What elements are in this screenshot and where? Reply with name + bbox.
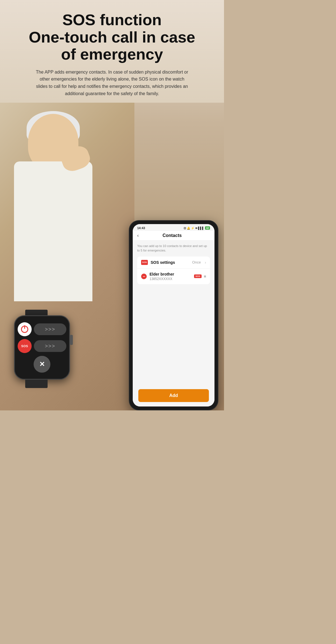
contacts-card: SOS SOS settings Once › −	[137, 257, 210, 284]
sos-button-label: SOS	[21, 344, 28, 348]
remove-contact-button[interactable]: −	[141, 274, 147, 279]
add-contact-button[interactable]: Add	[138, 389, 209, 402]
elder-brother-row[interactable]: − Elder brother 13852XXXXXX SOS ≡	[137, 269, 210, 284]
drag-handle-icon[interactable]: ≡	[204, 274, 206, 279]
watch-sos-slide[interactable]: >>>	[34, 340, 66, 352]
phone-status-bar: 14:43 ⊡ 🔔 ⚡ ≋ ▌▌▌ 42	[133, 224, 214, 231]
elder-brother-phone: 13852XXXXXX	[150, 277, 191, 281]
phone-nav-bar: ‹ Contacts	[133, 231, 214, 241]
slide-arrows-power: >>>	[45, 326, 55, 332]
contacts-title: Contacts	[141, 233, 203, 238]
watch-screen: >>> SOS >>> ✕	[15, 316, 69, 379]
watch-band-bottom	[25, 380, 48, 388]
signal-icon: ▌▌▌	[198, 227, 204, 230]
back-button[interactable]: ‹	[137, 233, 139, 238]
scene-section: >>> SOS >>> ✕	[0, 103, 224, 410]
power-icon	[21, 326, 28, 333]
title-line3: of emergency	[61, 45, 163, 63]
main-title: SOS function One-touch call in case of e…	[22, 11, 202, 63]
status-time: 14:43	[137, 226, 145, 230]
sos-tag-icon: SOS	[194, 274, 202, 278]
phone-device: 14:43 ⊡ 🔔 ⚡ ≋ ▌▌▌ 42 ‹ Contacts	[129, 220, 218, 410]
status-icons: ⊡ 🔔 ⚡ ≋ ▌▌▌ 42	[184, 226, 210, 230]
cancel-icon: ✕	[39, 360, 45, 368]
notification-icon: 🔔	[187, 227, 190, 230]
minus-icon: −	[143, 274, 145, 279]
nfc-icon: ⊡	[184, 227, 186, 230]
phone-footer: Add	[133, 386, 214, 406]
phone-content: You can add up to 10 contacts to device …	[133, 241, 214, 386]
watch-power-button[interactable]	[18, 322, 32, 336]
page-wrapper: SOS function One-touch call in case of e…	[0, 0, 224, 410]
wifi-icon: ≋	[195, 227, 197, 230]
sos-settings-badge: SOS	[141, 260, 148, 265]
watch-cancel-button[interactable]: ✕	[34, 356, 50, 373]
watch-body: >>> SOS >>> ✕	[14, 315, 70, 380]
elderly-body	[14, 161, 92, 301]
watch-sos-button[interactable]: SOS	[18, 339, 32, 353]
phone-outer: 14:43 ⊡ 🔔 ⚡ ≋ ▌▌▌ 42 ‹ Contacts	[129, 220, 218, 410]
watch-power-slide[interactable]: >>>	[34, 323, 66, 335]
title-line2: One-touch call in case	[29, 28, 195, 46]
header-section: SOS function One-touch call in case of e…	[0, 0, 224, 103]
contact-right-icons: SOS ≡	[194, 274, 206, 279]
sos-settings-name: SOS settings	[151, 260, 189, 265]
subtitle-description: The APP adds emergency contacts. In case…	[34, 69, 190, 97]
sos-badge-label: SOS	[142, 261, 147, 264]
contact-info: Elder brother 13852XXXXXX	[150, 272, 191, 281]
frequency-label: Once	[192, 260, 201, 264]
phone-screen: 14:43 ⊡ 🔔 ⚡ ≋ ▌▌▌ 42 ‹ Contacts	[133, 224, 214, 406]
hint-text: You can add up to 10 contacts to device …	[137, 244, 210, 253]
elder-brother-name: Elder brother	[150, 272, 191, 276]
watch-crown	[70, 335, 73, 345]
title-line1: SOS function	[62, 11, 162, 29]
chevron-right-icon: ›	[205, 260, 206, 265]
watch-power-row: >>>	[18, 322, 66, 336]
sos-settings-row[interactable]: SOS SOS settings Once ›	[137, 257, 210, 269]
slide-arrows-sos: >>>	[45, 343, 55, 349]
watch-sos-row: SOS >>>	[18, 339, 66, 353]
watch-device: >>> SOS >>> ✕	[8, 310, 76, 388]
bluetooth-icon: ⚡	[191, 227, 194, 230]
battery-badge: 42	[205, 226, 210, 230]
